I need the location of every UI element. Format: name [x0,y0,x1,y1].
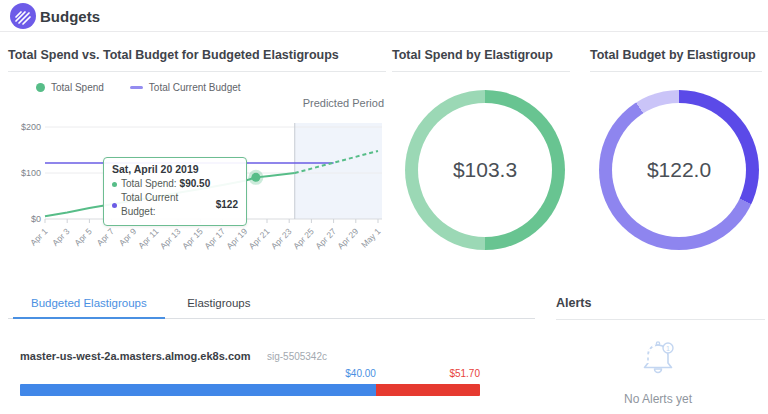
budget-label-wrap: $40.00 [20,368,376,379]
budgets-page: Budgets Total Spend vs. Total Budget for… [0,0,768,414]
svg-text:Apr 23: Apr 23 [269,226,294,251]
budget-bullet-icon [112,203,117,208]
elastigroup-row: master-us-west-2a.masters.almog.ek8s.com… [20,346,480,364]
legend-total-spend-label: Total Spend [51,82,104,93]
tab-bar: Budgeted Elastigroups Elastigroups [8,288,535,319]
bar-labels: $40.00 $51.70 [20,368,480,381]
divider [590,71,762,72]
svg-text:Apr 25: Apr 25 [291,226,316,251]
total-spend-dot-icon [36,83,45,92]
app-header: Budgets [0,0,768,32]
no-alerts-text: No Alerts yet [548,392,768,406]
spend-vs-budget-panel: Total Spend vs. Total Budget for Budgete… [8,40,388,290]
budget-progress-bar [20,384,480,396]
total-budget-donut-chart[interactable]: $122.0 [599,90,759,250]
svg-text:Apr 11: Apr 11 [136,226,161,251]
tooltip-row-spend: Total Spend: $90.50 [112,177,238,191]
svg-text:Apr 29: Apr 29 [335,226,360,251]
bell-icon: 1 [636,336,680,380]
svg-text:$100: $100 [21,168,41,178]
alerts-panel: Alerts 1 No Alerts yet [548,288,768,414]
svg-text:Apr 1: Apr 1 [28,226,50,248]
svg-text:Apr 27: Apr 27 [313,226,338,251]
divider [392,71,570,72]
divider [8,71,386,72]
budget-bar-over[interactable] [376,384,480,396]
total-budget-donut-panel: Total Budget by Elastigroup $122.0 [590,40,768,290]
tab-budgeted-elastigroups[interactable]: Budgeted Elastigroups [13,288,165,319]
svg-text:Apr 9: Apr 9 [117,226,139,248]
spotinst-logo-icon[interactable] [10,3,36,29]
total-spend-donut-chart[interactable]: $103.3 [405,90,565,250]
chart-tooltip: Sat, April 20 2019 Total Spend: $90.50 T… [103,157,247,226]
svg-text:Apr 13: Apr 13 [158,226,183,251]
spend-vs-budget-title: Total Spend vs. Total Budget for Budgete… [8,48,339,62]
svg-text:Apr 19: Apr 19 [224,226,249,251]
svg-text:$0: $0 [31,214,41,224]
legend-total-spend[interactable]: Total Spend [36,82,104,93]
tab-elastigroups[interactable]: Elastigroups [169,288,268,317]
alerts-title: Alerts [556,296,591,310]
elastigroup-sig: sig-5505342c [267,351,327,362]
chart-legend: Total Spend Total Current Budget [36,82,241,93]
page-title: Budgets [40,8,100,25]
svg-text:May 1: May 1 [359,226,383,250]
tooltip-date: Sat, April 20 2019 [112,163,238,175]
budget-dash-icon [130,86,143,89]
total-spend-donut-panel: Total Spend by Elastigroup $103.3 [392,40,578,290]
spend-amount-label: $51.70 [449,368,480,379]
svg-text:Apr 7: Apr 7 [95,226,117,248]
budget-bar-within[interactable] [20,384,376,396]
tooltip-row-budget: Total Current Budget: $122 [112,191,238,219]
donut-center: $103.3 [418,103,552,237]
donut-center: $122.0 [612,103,746,237]
svg-text:Apr 5: Apr 5 [72,226,94,248]
predicted-period-label: Predicted Period [303,97,384,109]
svg-text:Apr 21: Apr 21 [247,226,272,251]
tooltip-spend-value: $90.50 [180,177,211,191]
elastigroup-name-link[interactable]: master-us-west-2a.masters.almog.ek8s.com [20,350,251,362]
svg-text:$200: $200 [21,122,41,132]
svg-text:Apr 15: Apr 15 [180,226,205,251]
legend-total-current-budget[interactable]: Total Current Budget [130,82,241,93]
total-spend-value: $103.3 [453,158,517,182]
elastigroups-section: Budgeted Elastigroups Elastigroups maste… [8,288,535,414]
total-spend-donut-title: Total Spend by Elastigroup [392,48,553,62]
budget-amount-label: $40.00 [345,368,376,379]
svg-text:Apr 3: Apr 3 [50,226,72,248]
total-budget-donut-title: Total Budget by Elastigroup [590,48,756,62]
svg-text:Apr 17: Apr 17 [202,226,227,251]
svg-text:1: 1 [666,345,670,352]
divider [556,319,765,320]
legend-budget-label: Total Current Budget [149,82,241,93]
tooltip-budget-value: $122 [216,198,238,212]
tooltip-spend-label: Total Spend: [121,177,177,191]
total-budget-value: $122.0 [647,158,711,182]
spend-bullet-icon [112,182,117,187]
tooltip-budget-label: Total Current Budget: [121,191,213,219]
